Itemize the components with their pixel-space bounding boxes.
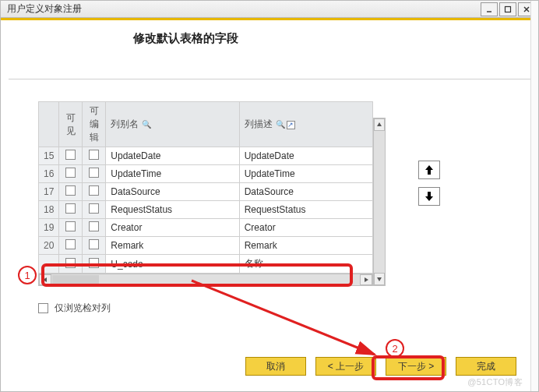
alias-cell[interactable]: DataSource: [106, 183, 239, 201]
visible-checkbox[interactable]: [65, 168, 76, 178]
visible-checkbox[interactable]: [65, 150, 76, 160]
alias-cell[interactable]: RequestStatus: [106, 201, 239, 219]
alias-cell[interactable]: Remark: [106, 237, 239, 255]
row-number: 17: [39, 183, 59, 201]
desc-cell[interactable]: UpdateDate: [239, 147, 372, 165]
row-number: [39, 255, 59, 274]
titlebar: 用户定义对象注册: [1, 1, 538, 18]
window-title: 用户定义对象注册: [7, 2, 82, 16]
table-row[interactable]: 15 UpdateDate UpdateDate: [39, 147, 373, 165]
browse-only-checkbox[interactable]: [38, 303, 48, 313]
table-row[interactable]: 19 Creator Creator: [39, 219, 373, 237]
finish-button[interactable]: 完成: [456, 357, 516, 376]
col-header-desc[interactable]: 列描述🔍↗: [239, 102, 372, 147]
next-button[interactable]: 下一步 >: [386, 357, 446, 376]
visible-checkbox[interactable]: [65, 185, 76, 196]
scroll-left-icon[interactable]: [39, 274, 51, 285]
editable-checkbox[interactable]: [89, 239, 99, 249]
svg-marker-4: [377, 122, 382, 126]
alias-cell[interactable]: UpdateTime: [106, 165, 239, 183]
browse-only-row: 仅浏览检对列: [38, 302, 530, 315]
col-header-rownum: [39, 102, 59, 147]
editable-checkbox[interactable]: [89, 168, 99, 178]
row-number: 18: [39, 201, 59, 219]
visible-checkbox[interactable]: [65, 239, 76, 249]
editable-checkbox[interactable]: [89, 203, 99, 214]
vertical-scrollbar[interactable]: [373, 118, 386, 286]
svg-marker-7: [425, 192, 433, 201]
previous-button[interactable]: < 上一步: [315, 357, 376, 376]
col-header-editable[interactable]: 可编辑: [83, 102, 106, 147]
col-header-alias[interactable]: 列别名🔍: [106, 102, 239, 147]
desc-cell[interactable]: UpdateTime: [239, 165, 372, 183]
search-icon: 🔍: [142, 120, 151, 129]
fields-table: 可见 可编辑 列别名🔍 列描述🔍↗ 15 UpdateDate UpdateDa…: [38, 101, 373, 274]
table-row[interactable]: U_code 名称: [39, 255, 373, 274]
wizard-window: 用户定义对象注册 修改默认表格的字段 可见 可编辑: [0, 0, 539, 392]
editable-checkbox[interactable]: [89, 258, 99, 268]
minimize-icon[interactable]: [481, 2, 498, 16]
svg-rect-1: [506, 7, 511, 12]
move-up-button[interactable]: [418, 161, 440, 179]
row-number: 15: [39, 147, 59, 165]
desc-cell[interactable]: Creator: [239, 219, 372, 237]
maximize-icon[interactable]: [499, 2, 516, 16]
editable-checkbox[interactable]: [89, 185, 99, 196]
scroll-down-icon[interactable]: [374, 273, 385, 285]
visible-checkbox[interactable]: [65, 258, 76, 268]
desc-cell[interactable]: Remark: [239, 237, 372, 255]
row-number: 20: [39, 237, 59, 255]
horizontal-scrollbar[interactable]: [38, 274, 373, 286]
alias-cell[interactable]: UpdateDate: [106, 147, 239, 165]
desc-cell[interactable]: DataSource: [239, 183, 372, 201]
move-down-button[interactable]: [418, 187, 440, 206]
table-row[interactable]: 16 UpdateTime UpdateTime: [39, 165, 373, 183]
alias-cell[interactable]: U_code: [106, 255, 239, 274]
desc-cell[interactable]: 名称: [239, 255, 372, 274]
scroll-up-icon[interactable]: [374, 118, 385, 131]
editable-checkbox[interactable]: [89, 221, 99, 231]
table-row[interactable]: 17 DataSource DataSource: [39, 183, 373, 201]
desc-cell[interactable]: RequestStatus: [239, 201, 372, 219]
search-icon: 🔍: [276, 120, 285, 129]
row-number: 19: [39, 219, 59, 237]
visible-checkbox[interactable]: [65, 221, 76, 231]
svg-marker-8: [43, 277, 47, 282]
svg-marker-5: [377, 277, 382, 281]
watermark: @51CTO博客: [467, 376, 523, 388]
browse-only-label: 仅浏览检对列: [55, 302, 111, 315]
visible-checkbox[interactable]: [65, 203, 76, 214]
scroll-thumb[interactable]: [52, 275, 99, 284]
table-row[interactable]: 20 Remark Remark: [39, 237, 373, 255]
divider: [9, 79, 530, 79]
col-header-visible[interactable]: 可见: [59, 102, 83, 147]
cancel-button[interactable]: 取消: [245, 357, 306, 376]
svg-marker-6: [425, 165, 433, 175]
svg-marker-9: [365, 277, 368, 282]
alias-cell[interactable]: Creator: [106, 219, 239, 237]
page-title: 修改默认表格的字段: [9, 20, 530, 51]
row-number: 16: [39, 165, 59, 183]
fields-table-container: 可见 可编辑 列别名🔍 列描述🔍↗ 15 UpdateDate UpdateDa…: [38, 101, 373, 286]
right-page-edge: [530, 1, 538, 391]
table-row[interactable]: 18 RequestStatus RequestStatus: [39, 201, 373, 219]
link-icon[interactable]: ↗: [287, 121, 295, 129]
editable-checkbox[interactable]: [89, 150, 99, 160]
scroll-right-icon[interactable]: [360, 274, 372, 285]
wizard-footer: 取消 < 上一步 下一步 > 完成: [245, 357, 516, 376]
